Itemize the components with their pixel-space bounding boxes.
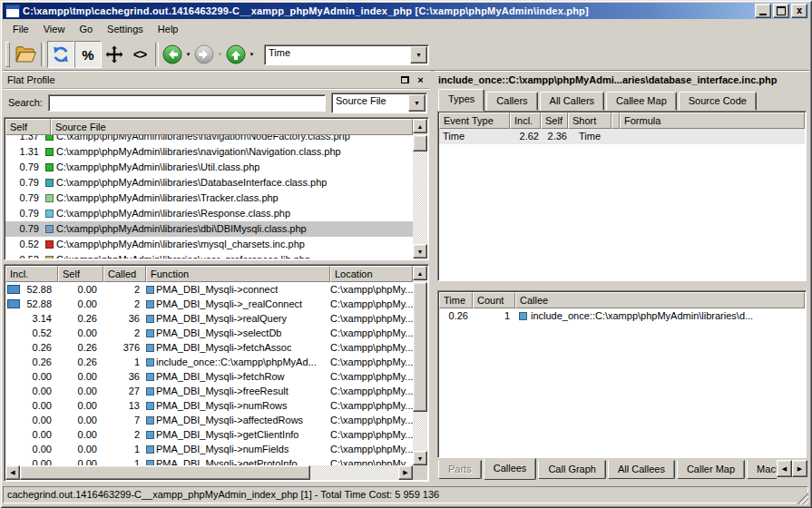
scroll-down-icon[interactable]: ▼ [413, 451, 427, 465]
header-incl[interactable]: Incl. [5, 266, 58, 282]
tab-parts[interactable]: Parts [438, 460, 482, 479]
header-callee[interactable]: Callee [515, 292, 805, 308]
tab-machine-code[interactable]: Machine Code [747, 460, 777, 479]
table-row[interactable]: 0.52 0.00 2 PMA_DBI_Mysqli->selectDb C:\… [5, 326, 413, 340]
header-time[interactable]: Time [439, 292, 473, 308]
table-row[interactable]: 0.00 0.00 13 PMA_DBI_Mysqli->numRows C:\… [5, 398, 413, 413]
dock-close-button[interactable]: × [414, 73, 427, 86]
table-row[interactable]: 0.52 C:\xampp\phpMyAdmin\libraries\user_… [5, 252, 413, 259]
table-row[interactable]: 52.88 0.00 2 PMA_DBI_Mysqli->_realConnec… [5, 297, 413, 311]
table-row[interactable]: 0.26 0.26 376 PMA_DBI_Mysqli->fetchAssoc… [5, 340, 413, 355]
table-row[interactable]: 0.00 0.00 1 PMA_DBI_Mysqli->numFields C:… [5, 442, 413, 456]
tab-scroll-right-icon[interactable]: ▶ [792, 460, 807, 477]
table-row[interactable]: 3.14 0.26 36 PMA_DBI_Mysqli->realQuery C… [5, 311, 413, 326]
table-row[interactable]: 0.00 0.00 27 PMA_DBI_Mysqli->freeResult … [5, 384, 413, 398]
header-source-file[interactable]: Source File [51, 119, 413, 135]
tab-callers[interactable]: Callers [486, 92, 537, 111]
table-row-selected[interactable]: 0.79 C:\xampp\phpMyAdmin\libraries\dbi\D… [5, 221, 413, 237]
chevron-down-icon[interactable]: ▼ [408, 94, 426, 112]
tab-caller-map[interactable]: Caller Map [677, 460, 745, 479]
function-name: PMA_DBI_Mysqli->getProtoInfo [156, 456, 298, 465]
table-row[interactable]: 0.79 C:\xampp\phpMyAdmin\libraries\Track… [5, 190, 413, 206]
minimize-button[interactable] [755, 4, 771, 18]
table-row[interactable]: 1.37 C:\xampp\phpMyAdmin\libraries\navig… [5, 135, 413, 144]
scrollbar-thumb[interactable] [20, 465, 310, 480]
header-event-type[interactable]: Event Type [439, 112, 510, 129]
menu-file[interactable]: File [6, 22, 35, 36]
menu-settings[interactable]: Settings [101, 22, 150, 36]
back-dropdown-arrow[interactable]: ▼ [183, 42, 193, 67]
header-location[interactable]: Location [330, 266, 413, 282]
scroll-up-icon[interactable]: ▲ [413, 119, 427, 133]
dock-title-bar[interactable]: Flat Profile × [3, 71, 430, 89]
table-row[interactable]: 0.00 0.00 1 PMA_DBI_Mysqli->getProtoInfo… [5, 456, 413, 465]
up-dropdown-arrow[interactable]: ▼ [247, 42, 257, 67]
table-row[interactable]: 0.79 C:\xampp\phpMyAdmin\libraries\Datab… [5, 175, 413, 190]
tab-callee-map[interactable]: Callee Map [606, 92, 677, 111]
horizontal-scrollbar[interactable]: ◀ ▶ [5, 465, 413, 480]
header-incl[interactable]: Incl. [510, 112, 541, 129]
called-count: 2 [103, 297, 146, 311]
table-row[interactable]: 0.79 C:\xampp\phpMyAdmin\libraries\Util.… [5, 160, 413, 175]
chevron-down-icon[interactable]: ▼ [410, 46, 427, 64]
scrollbar-thumb[interactable] [413, 282, 427, 412]
forward-dropdown-arrow[interactable]: ▼ [215, 42, 225, 67]
search-input[interactable] [48, 94, 326, 112]
table-row[interactable]: 0.00 0.00 2 PMA_DBI_Mysqli->getClientInf… [5, 427, 413, 442]
scroll-left-icon[interactable]: ◀ [5, 465, 20, 480]
scrollbar-track[interactable] [20, 465, 398, 480]
shorten-templates-button[interactable]: <> [127, 42, 152, 67]
title-bar[interactable]: C:\xampp\tmp\cachegrind.out.1416463299-C… [3, 3, 809, 19]
header-self[interactable]: Self [541, 112, 568, 129]
back-button[interactable] [161, 42, 183, 67]
menu-go[interactable]: Go [73, 22, 99, 36]
up-button[interactable] [225, 42, 247, 67]
header-self[interactable]: Self [58, 266, 103, 282]
scrollbar-track[interactable] [413, 133, 427, 244]
table-row[interactable]: 0.00 0.00 36 PMA_DBI_Mysqli->fetchRow C:… [5, 369, 413, 384]
menu-view[interactable]: View [37, 22, 72, 36]
group-by-combobox[interactable]: Source File ▼ [331, 93, 427, 113]
expand-areas-button[interactable] [102, 42, 127, 67]
event-type-combobox[interactable]: Time ▼ [264, 44, 429, 65]
menu-help[interactable]: Help [152, 22, 185, 36]
tab-source-code[interactable]: Source Code [679, 92, 757, 111]
scrollbar-track[interactable] [413, 280, 427, 451]
header-called[interactable]: Called [103, 266, 146, 282]
table-row[interactable]: 1.31 C:\xampp\phpMyAdmin\libraries\navig… [5, 144, 413, 160]
table-row[interactable]: 0.52 C:\xampp\phpMyAdmin\libraries\mysql… [5, 237, 413, 252]
close-button[interactable]: x [791, 4, 807, 18]
scrollbar-thumb[interactable] [413, 135, 427, 151]
table-row[interactable]: 0.26 1 include_once::C:\xampp\phpMyAdmin… [439, 308, 805, 324]
tab-scroll-left-icon[interactable]: ◀ [777, 460, 792, 477]
header-function[interactable]: Function [146, 266, 330, 282]
tab-all-callers[interactable]: All Callers [540, 92, 605, 111]
tab-callees[interactable]: Callees [484, 458, 537, 480]
forward-button[interactable] [193, 42, 215, 67]
scroll-up-icon[interactable]: ▲ [413, 266, 427, 280]
vertical-scrollbar[interactable]: ▲ ▼ [413, 119, 427, 259]
open-file-button[interactable] [13, 42, 38, 67]
tab-all-callees[interactable]: All Callees [608, 460, 675, 479]
maximize-button[interactable] [773, 4, 789, 18]
tab-types[interactable]: Types [438, 89, 484, 112]
table-row[interactable]: 52.88 0.00 2 PMA_DBI_Mysqli->connect C:\… [5, 282, 413, 297]
cycle-detection-button[interactable] [47, 41, 74, 68]
function-icon [146, 286, 154, 294]
header-count[interactable]: Count [473, 292, 515, 308]
header-formula[interactable]: Formula [620, 112, 805, 129]
scroll-right-icon[interactable]: ▶ [398, 465, 413, 480]
relative-percent-button[interactable]: % [74, 41, 102, 68]
vertical-scrollbar[interactable]: ▲ ▼ [413, 266, 427, 465]
toolbar-grip[interactable] [5, 42, 10, 67]
header-self[interactable]: Self [5, 119, 51, 135]
dock-float-button[interactable] [398, 73, 412, 86]
table-row[interactable]: 0.00 0.00 7 PMA_DBI_Mysqli->affectedRows… [5, 413, 413, 427]
detail-splitter[interactable] [436, 281, 807, 290]
tab-call-graph[interactable]: Call Graph [538, 460, 606, 479]
scroll-down-icon[interactable]: ▼ [413, 244, 427, 259]
table-row[interactable]: 0.26 0.26 1 include_once::C:\xampp\phpMy… [5, 355, 413, 369]
table-row[interactable]: Time 2.62 2.36 Time [439, 129, 805, 144]
header-short[interactable]: Short [568, 112, 611, 129]
table-row[interactable]: 0.79 C:\xampp\phpMyAdmin\libraries\Respo… [5, 206, 413, 221]
